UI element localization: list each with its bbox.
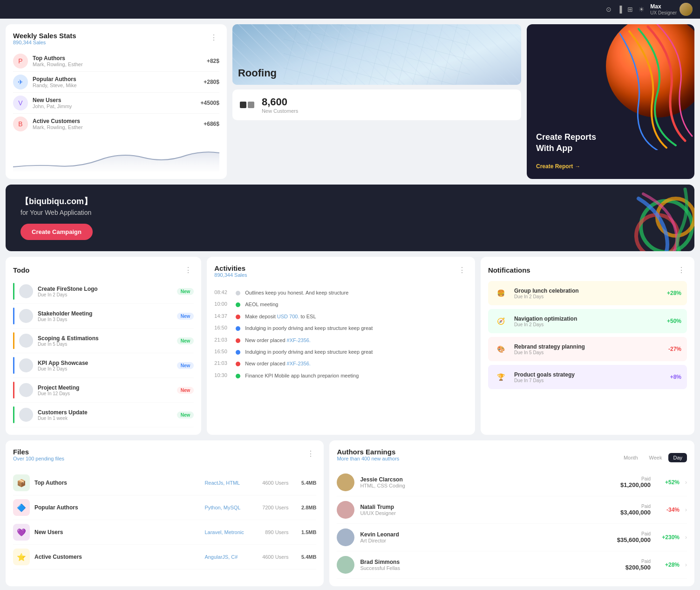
- todo-avatar: [19, 358, 33, 372]
- create-reports-title: Create Reports With App: [536, 132, 685, 154]
- todo-badge: New: [177, 387, 194, 394]
- activity-time: 10:00: [214, 301, 231, 307]
- todo-info: KPI App Showcase Due In 2 Days: [38, 360, 172, 371]
- create-campaign-button[interactable]: Create Campaign: [20, 224, 93, 240]
- search-icon[interactable]: ⊙: [606, 6, 612, 13]
- tab-month[interactable]: Month: [619, 453, 643, 462]
- file-users: 890 Users: [256, 529, 288, 535]
- notif-value: +8%: [670, 374, 681, 380]
- file-size: 5.4MB: [293, 480, 316, 486]
- tab-day[interactable]: Day: [668, 453, 687, 462]
- main-content: Weekly Sales Stats 890,344 Sales ⋮ P Top…: [0, 19, 700, 590]
- create-report-link[interactable]: Create Report →: [536, 163, 685, 170]
- todo-info: Customers Update Due In 1 week: [38, 409, 172, 421]
- stat-name: Popular Authors: [33, 76, 204, 82]
- activity-text: Indulging in poorly driving and keep str…: [245, 325, 468, 332]
- streaks-decoration: [583, 24, 694, 150]
- todo-list: Create FireStone Logo Due In 2 Days New …: [13, 279, 194, 427]
- tab-group: Month Week Day: [619, 453, 687, 462]
- row-3: Files Over 100 pending files ⋮ 📦 Top Aut…: [6, 440, 694, 586]
- stat-row: B Active Customers Mark, Rowling, Esther…: [13, 114, 219, 134]
- todo-menu[interactable]: ⋮: [183, 264, 194, 275]
- activity-text: New order placed #XF-2356.: [245, 360, 468, 367]
- brightness-icon[interactable]: ☀: [639, 6, 645, 13]
- author-arrow-icon[interactable]: ›: [685, 562, 687, 568]
- todo-due: Due In 12 Days: [38, 391, 172, 396]
- file-row: 💜 New Users Laravel, Metronic 890 Users …: [13, 520, 316, 545]
- activity-time: 16:50: [214, 325, 231, 330]
- todo-name: Scoping & Estimations: [38, 335, 172, 342]
- author-row: Jessie Clarcson HTML, CSS Coding Paid $1…: [337, 469, 687, 496]
- file-size: 2.8MB: [293, 505, 316, 510]
- notification-list: 🍔 Group lunch celebration Due In 2 Days …: [488, 281, 687, 389]
- file-icon: 🔷: [13, 499, 30, 516]
- avatar[interactable]: [680, 3, 693, 16]
- notif-icon: 🎨: [494, 342, 509, 357]
- file-name: New Users: [34, 529, 200, 535]
- todo-avatar: [19, 383, 33, 397]
- notifications-menu[interactable]: ⋮: [676, 264, 687, 275]
- author-paid: Paid $3,400,000: [620, 504, 651, 516]
- activity-text: Make deposit USD 700. to ESL: [245, 313, 468, 320]
- stat-icon: B: [13, 117, 28, 131]
- author-info: Natali Trump UI/UX Designer: [360, 504, 615, 516]
- todo-avatar: [19, 284, 33, 298]
- sales-chart: [13, 139, 219, 172]
- grid-icon[interactable]: ⊞: [627, 6, 633, 13]
- create-reports-card: Create Reports With App Create Report →: [527, 24, 694, 179]
- file-name: Active Customers: [34, 554, 200, 560]
- new-customers-row: 8,600 New Customers: [232, 89, 521, 120]
- author-list: Jessie Clarcson HTML, CSS Coding Paid $1…: [337, 469, 687, 579]
- todo-badge: New: [177, 313, 194, 320]
- author-row: Brad Simmons Successful Fellas Paid $200…: [337, 551, 687, 579]
- tab-week[interactable]: Week: [645, 453, 667, 462]
- stat-value: +686$: [204, 121, 219, 127]
- activities-menu[interactable]: ⋮: [456, 264, 468, 275]
- files-card: Files Over 100 pending files ⋮ 📦 Top Aut…: [6, 440, 324, 586]
- activity-link[interactable]: #XF-2356.: [287, 361, 311, 366]
- notif-title: Navigation optimization: [514, 316, 661, 322]
- activity-text: Indulging in poorly driving and keep str…: [245, 349, 468, 356]
- notification-item: 🎨 Rebrand strategy planning Due In 5 Day…: [488, 337, 687, 361]
- notif-icon: 🧭: [494, 314, 509, 329]
- activity-text: Outlines keep you honest. And keep struc…: [245, 289, 468, 296]
- notification-item: 🏆 Product goals strategy Due In 7 Days +…: [488, 365, 687, 389]
- file-row: 📦 Top Authors ReactJs, HTML 4600 Users 5…: [13, 471, 316, 495]
- files-title: Files: [13, 448, 64, 456]
- authors-header: Authors Earnings More than 400 new autho…: [337, 448, 687, 467]
- file-tech: Python, MySQL: [204, 505, 251, 510]
- file-users: 4600 Users: [256, 480, 288, 486]
- todo-due: Due In 2 Days: [38, 366, 172, 371]
- stat-name: Active Customers: [33, 118, 204, 124]
- author-change: +52%: [656, 479, 680, 486]
- files-menu[interactable]: ⋮: [305, 448, 316, 459]
- todo-bar: [13, 308, 14, 324]
- activity-link[interactable]: USD 700.: [277, 314, 299, 319]
- file-icon: 💜: [13, 524, 30, 541]
- author-arrow-icon[interactable]: ›: [685, 479, 687, 486]
- notif-title: Rebrand strategy planning: [514, 343, 663, 350]
- activity-dot: [236, 362, 240, 366]
- author-arrow-icon[interactable]: ›: [685, 534, 687, 541]
- battery-icon: ▐: [617, 6, 622, 13]
- stat-info: Active Customers Mark, Rowling, Esther: [33, 118, 204, 130]
- todo-bar: [13, 357, 14, 374]
- notif-sub: Due In 5 Days: [514, 350, 663, 355]
- activity-row: 10:30 Finance KPI Mobile app launch prep…: [214, 370, 468, 382]
- author-paid: Paid $200,500: [625, 559, 651, 571]
- weekly-sales-menu[interactable]: ⋮: [208, 32, 219, 43]
- activity-dot: [236, 291, 240, 295]
- todo-bar: [13, 406, 14, 423]
- todo-due: Due In 3 Days: [38, 317, 172, 322]
- todo-name: Project Meeting: [38, 384, 172, 391]
- todo-badge: New: [177, 337, 194, 344]
- notif-info: Navigation optimization Due In 2 Days: [514, 316, 661, 327]
- activity-text: AEOL meeting: [245, 301, 468, 308]
- nc-sq-2: [248, 102, 254, 108]
- notifications-card: Notifications ⋮ 🍔 Group lunch celebratio…: [481, 257, 694, 435]
- author-arrow-icon[interactable]: ›: [685, 507, 687, 513]
- activity-row: 08:42 Outlines keep you honest. And keep…: [214, 287, 468, 299]
- todo-avatar: [19, 309, 33, 323]
- activity-link[interactable]: #XF-2356.: [287, 337, 311, 343]
- todo-badge: New: [177, 362, 194, 369]
